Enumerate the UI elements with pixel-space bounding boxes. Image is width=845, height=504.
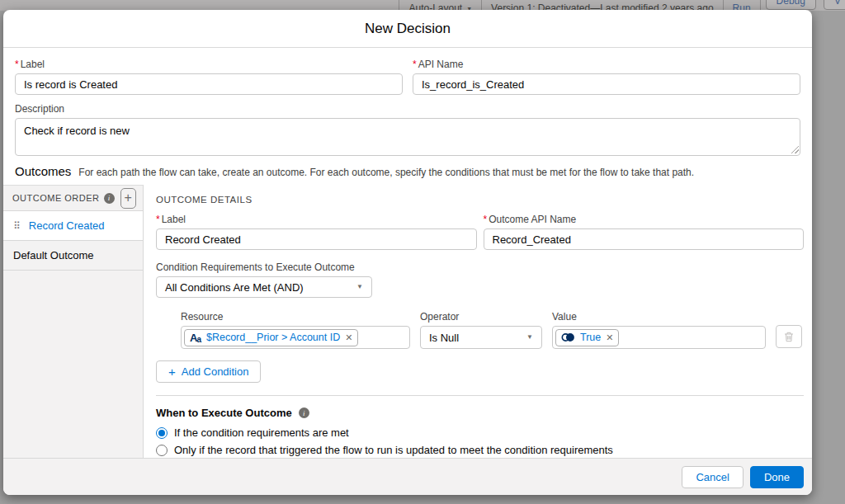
operator-label: Operator (420, 311, 542, 323)
resource-pill[interactable]: Aa $Record__Prior > Account ID ✕ (184, 329, 358, 346)
when-to-execute-options: If the condition requirements are met On… (156, 426, 804, 456)
info-icon[interactable]: i (299, 407, 309, 418)
section-divider (156, 395, 804, 396)
remove-value-icon[interactable]: ✕ (606, 332, 613, 343)
drag-handle-icon[interactable]: ⠿ (13, 220, 21, 232)
debug-button[interactable]: Debug (766, 0, 816, 10)
outcome-order-sidebar: OUTCOME ORDER i + ⠿ Record Created Defau… (3, 185, 144, 458)
api-name-input[interactable] (413, 73, 800, 95)
plus-icon: + (168, 365, 176, 378)
outcome-api-name-field-label: *Outcome API Name (484, 214, 805, 225)
remove-resource-icon[interactable]: ✕ (345, 332, 352, 343)
outcomes-description: For each path the flow can take, create … (78, 167, 694, 178)
text-type-icon: Aa (190, 332, 201, 343)
operator-value: Is Null (429, 332, 459, 344)
condition-requirements-select[interactable]: All Conditions Are Met (AND) ▼ (156, 276, 372, 298)
radio-record-updated[interactable]: Only if the record that triggered the fl… (156, 444, 804, 456)
api-name-field-label: *API Name (413, 59, 800, 70)
modal-footer: Cancel Done (3, 458, 812, 495)
when-to-execute-heading: When to Execute Outcome i (156, 407, 804, 419)
add-outcome-button[interactable]: + (120, 188, 137, 209)
required-marker: * (156, 214, 160, 225)
value-combobox[interactable]: True ✕ (552, 326, 766, 349)
cancel-button[interactable]: Cancel (682, 466, 743, 488)
done-button[interactable]: Done (750, 466, 804, 488)
condition-requirements-value: All Conditions Are Met (AND) (165, 281, 304, 294)
outcome-order-label: OUTCOME ORDER (12, 193, 100, 203)
add-condition-label: Add Condition (182, 365, 249, 378)
condition-requirements-label: Condition Requirements to Execute Outcom… (156, 261, 804, 273)
sidebar-item-default-outcome[interactable]: Default Outcome (3, 241, 143, 271)
sidebar-item-record-created[interactable]: ⠿ Record Created (3, 211, 143, 241)
outcome-label-input[interactable] (156, 228, 477, 250)
radio-unselected-icon[interactable] (156, 445, 168, 456)
description-field-label: Description (15, 103, 800, 115)
outcome-api-name-input[interactable] (484, 228, 805, 250)
chevron-down-icon: ▼ (356, 284, 363, 290)
radio-condition-met[interactable]: If the condition requirements are met (156, 426, 804, 439)
outcome-order-header: OUTCOME ORDER i + (3, 186, 143, 211)
page-title: New Decision (365, 21, 451, 37)
info-icon[interactable]: i (104, 193, 115, 204)
outcome-item-label: Default Outcome (13, 249, 94, 261)
required-marker: * (484, 214, 488, 225)
overflow-toolbar-button[interactable]: V (824, 0, 845, 10)
outcome-body: OUTCOME ORDER i + ⠿ Record Created Defau… (3, 185, 812, 458)
value-label: Value (552, 311, 766, 323)
add-condition-button[interactable]: + Add Condition (156, 360, 261, 383)
resource-pill-label: $Record__Prior > Account ID (206, 332, 340, 343)
new-decision-modal: New Decision *Label *API Name Descriptio… (3, 10, 812, 495)
outcome-item-label: Record Created (29, 219, 105, 232)
outcome-details-panel: OUTCOME DETAILS *Label *Outcome API Name… (144, 185, 812, 458)
condition-row: Resource Aa $Record__Prior > Account ID … (181, 311, 802, 349)
label-input[interactable] (15, 73, 403, 95)
resource-label: Resource (181, 311, 410, 323)
required-marker: * (413, 59, 417, 70)
chevron-down-icon: ▼ (526, 334, 533, 341)
plus-icon: + (125, 191, 132, 205)
boolean-type-icon (561, 332, 575, 342)
value-pill[interactable]: True ✕ (555, 329, 619, 346)
outcome-label-field-label: *Label (156, 214, 477, 225)
delete-condition-button[interactable] (776, 325, 802, 348)
required-marker: * (15, 59, 19, 70)
decision-fields-section: *Label *API Name Description Check if re… (3, 48, 812, 156)
radio-selected-icon[interactable] (156, 427, 168, 439)
modal-header: New Decision (3, 10, 812, 48)
label-field-label: *Label (15, 59, 403, 70)
value-pill-label: True (580, 332, 601, 343)
trash-icon (784, 332, 794, 342)
operator-select[interactable]: Is Null ▼ (420, 326, 542, 349)
outcome-details-heading: OUTCOME DETAILS (156, 195, 804, 205)
resize-handle-icon[interactable] (791, 146, 799, 153)
description-textarea[interactable]: Check if record is new (15, 118, 800, 156)
outcomes-heading: Outcomes (15, 164, 71, 178)
resource-combobox[interactable]: Aa $Record__Prior > Account ID ✕ (181, 326, 410, 349)
outcomes-section-header: Outcomes For each path the flow can take… (3, 156, 812, 185)
